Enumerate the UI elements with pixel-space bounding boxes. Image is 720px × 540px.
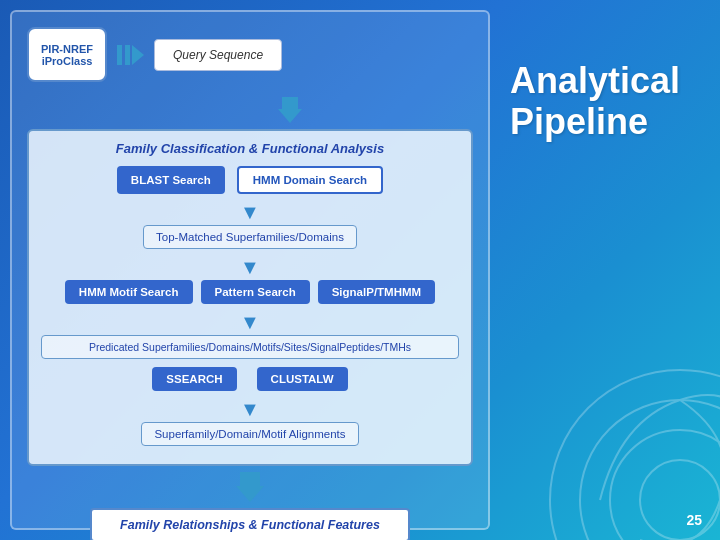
hmm-domain-search-button[interactable]: HMM Domain Search: [237, 166, 383, 194]
analytical-line1: Analytical: [510, 60, 680, 101]
family-classification-box: Family Classification & Functional Analy…: [27, 129, 473, 466]
signalp-tmhmm-button[interactable]: SignalP/TMHMM: [318, 280, 435, 304]
pir-nref-box: PIR-NREF iProClass: [27, 27, 107, 82]
family-classification-title: Family Classification & Functional Analy…: [41, 141, 459, 156]
query-to-family-arrow: [27, 97, 473, 123]
bottom-box-row: Family Relationships & Functional Featur…: [27, 508, 473, 540]
clustalw-button[interactable]: CLUSTALW: [257, 367, 348, 391]
pattern-search-button[interactable]: Pattern Search: [201, 280, 310, 304]
family-relationships-box: Family Relationships & Functional Featur…: [90, 508, 410, 540]
svg-point-2: [610, 430, 720, 540]
pir-line1: PIR-NREF: [41, 43, 93, 55]
main-panel: PIR-NREF iProClass Query Sequence Family…: [10, 10, 490, 530]
motif-pattern-row: HMM Motif Search Pattern Search SignalP/…: [41, 280, 459, 304]
arrow-down-3: ▼: [41, 312, 459, 332]
arrow-down-4: ▼: [41, 399, 459, 419]
blast-search-button[interactable]: BLAST Search: [117, 166, 225, 194]
ssearch-button[interactable]: SSEARCH: [152, 367, 236, 391]
analytical-line2: Pipeline: [510, 101, 648, 142]
svg-point-3: [640, 460, 720, 540]
query-sequence-label: Query Sequence: [173, 48, 263, 62]
predicated-label: Predicated Superfamilies/Domains/Motifs/…: [41, 335, 459, 359]
family-relationships-label: Family Relationships & Functional Featur…: [120, 518, 380, 532]
analytical-pipeline-text: Analytical Pipeline: [510, 60, 700, 143]
arrow-down-1: ▼: [41, 202, 459, 222]
ssearch-clustalw-row: SSEARCH CLUSTALW: [41, 367, 459, 391]
family-to-bottom-arrow: [27, 472, 473, 502]
blast-hmm-row: BLAST Search HMM Domain Search: [41, 166, 459, 194]
query-sequence-box: Query Sequence: [154, 39, 282, 71]
page-number: 25: [686, 512, 702, 528]
pir-to-query-arrow: [117, 45, 144, 65]
alignments-label: Superfamily/Domain/Motif Alignments: [141, 422, 358, 446]
right-panel: Analytical Pipeline: [510, 60, 700, 143]
arrow-down-2: ▼: [41, 257, 459, 277]
top-row: PIR-NREF iProClass Query Sequence: [27, 27, 473, 82]
pir-line2: iProClass: [42, 55, 93, 67]
hmm-motif-search-button[interactable]: HMM Motif Search: [65, 280, 193, 304]
alignments-row: Superfamily/Domain/Motif Alignments: [41, 422, 459, 446]
top-matched-label: Top-Matched Superfamilies/Domains: [143, 225, 357, 249]
top-matched-row: Top-Matched Superfamilies/Domains: [41, 225, 459, 249]
